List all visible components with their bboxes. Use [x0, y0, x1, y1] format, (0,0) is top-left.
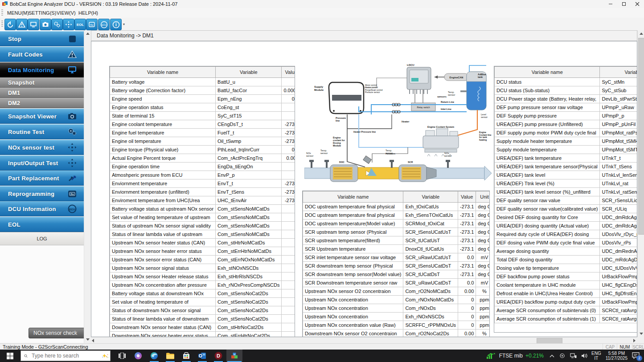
- sidebar-item-eol[interactable]: EOL: [0, 217, 84, 232]
- taskbar-search[interactable]: [21, 350, 111, 361]
- sidebar-item-fault-codes[interactable]: Fault Codes: [0, 47, 84, 62]
- table-row[interactable]: DEF quality sensor raw value(calibrated …: [495, 205, 638, 213]
- notification-center-button[interactable]: 2: [632, 352, 640, 360]
- sidebar-item-reprogramming[interactable]: Reprogramming Re: [0, 186, 84, 201]
- table-row[interactable]: Upstream NOx concentration after pressur…: [110, 281, 295, 289]
- sidebar-item-dm2[interactable]: DM2: [0, 98, 84, 108]
- taskbar-app-dcu[interactable]: D: [210, 350, 226, 362]
- routine-gears-icon[interactable]: [51, 19, 63, 30]
- toolbar-grip[interactable]: [1, 20, 3, 28]
- table-row[interactable]: DEF Supply pump pressureUPmpP_p: [495, 112, 638, 120]
- column-header-variable[interactable]: Variable: [403, 191, 458, 203]
- table-row[interactable]: SCR Upstream temperatureDnoxCtl_tUCatUs-…: [303, 245, 490, 253]
- table-row[interactable]: Average SCR consumption of subintervals …: [495, 306, 638, 315]
- table-row[interactable]: Set value of heating temperature ofCom_s…: [110, 298, 295, 306]
- dcu-def-grid[interactable]: Variable nameVariableValueUnitDCU status…: [494, 66, 637, 333]
- table-row[interactable]: Set value of heating temperature of upst…: [110, 213, 295, 222]
- table-row[interactable]: Upstream NOx sensor heater status (CAN)C…: [110, 239, 295, 247]
- taskbar-app-store[interactable]: [178, 350, 194, 362]
- table-row[interactable]: DOC upstream temperature(Model value)SCR…: [303, 220, 490, 228]
- table-row[interactable]: UREA(DEF) pump pressure (Unfiltered)UPmp…: [495, 120, 638, 129]
- table-row[interactable]: Battery voltage (Correction factor)BattU…: [110, 86, 295, 95]
- table-row[interactable]: Total DEF dosing quantityUDC_mRdcAgDosQn…: [495, 256, 638, 264]
- column-header-variable[interactable]: Variable: [216, 67, 282, 78]
- column-header-name[interactable]: Variable name: [495, 67, 600, 78]
- sidebar-item-part-replacement[interactable]: Part Replacement: [0, 171, 84, 186]
- taskbar-app-explorer[interactable]: [162, 350, 178, 362]
- table-row[interactable]: SCR downstream temp sensor (PhysicalSCR_…: [303, 262, 490, 270]
- table-row[interactable]: Battery voltage status at downstream NOx…: [110, 289, 295, 298]
- menu-item-view[interactable]: VIEW(V): [55, 10, 78, 16]
- main-vertical-scrollbar[interactable]: [637, 30, 644, 337]
- table-row[interactable]: Desired DEF dosing quantity for CoreUDC_…: [495, 213, 638, 222]
- column-header-name[interactable]: Variable name: [303, 191, 403, 203]
- table-row[interactable]: Engine fuel temperatureFuelT_t-273.1deg …: [110, 129, 295, 137]
- table-row[interactable]: UREA(DEF) tank level sensor (%)_unfilter…: [495, 188, 638, 196]
- close-button[interactable]: [631, 0, 644, 8]
- table-row[interactable]: Upstream NOx sensor heater error statusC…: [110, 247, 295, 256]
- ticker-label[interactable]: FTSE mib: [499, 353, 523, 359]
- table-row[interactable]: Average dosing quantityUDC_dmRednAgtAvrg: [495, 247, 638, 256]
- table-row[interactable]: Downstream NOx sensor heater status (CAN…: [110, 323, 295, 332]
- table-row[interactable]: Battery voltageBattU_u0mV: [110, 78, 295, 86]
- meet-now-icon[interactable]: [559, 353, 566, 358]
- scroll-down-icon[interactable]: [638, 330, 644, 337]
- data-monitor-icon[interactable]: [28, 19, 39, 30]
- table-row[interactable]: Engine torque (Physical value)PthLead_tr…: [110, 146, 295, 154]
- table-row[interactable]: Supply module heater temperatureUPmpMot_…: [495, 137, 638, 146]
- sidebar-item-stop[interactable]: Stop: [0, 31, 84, 46]
- table-row[interactable]: DEF pump pressure sensor raw voltageUPmp…: [495, 103, 638, 112]
- sidebar-item-dm1[interactable]: DM1: [0, 88, 84, 98]
- table-row[interactable]: Engine coolant temperatureCEngDsT_t-273.…: [110, 120, 295, 129]
- table-row[interactable]: Engine operation statusCoEng_st0-: [110, 103, 295, 112]
- sidebar-item-dcu-information[interactable]: DCU Information ECU: [0, 201, 84, 216]
- menu-item-help[interactable]: HELP(H): [77, 10, 100, 16]
- table-row[interactable]: UREA(DEF) backflow pump output duty cycl…: [495, 298, 638, 306]
- table-row[interactable]: Upstream NOx sensor O2 concentraionCom_r…: [303, 287, 490, 296]
- power-icon[interactable]: [4, 19, 16, 30]
- sidebar-item-snapshot[interactable]: Snapshot: [0, 77, 84, 88]
- table-row[interactable]: Upstream NOx sensor signal statusExh_stN…: [110, 264, 295, 273]
- reprogram-icon[interactable]: Re: [86, 19, 98, 30]
- language-indicator[interactable]: ENG IT: [591, 351, 601, 361]
- ecu-icon[interactable]: ECU: [98, 19, 110, 30]
- scr-temperature-grid[interactable]: Variable nameVariableValueUnitDOC upstre…: [302, 191, 490, 337]
- table-row[interactable]: Upstream NOx concentrationCom_rNOxNoMCat…: [303, 296, 490, 304]
- table-row[interactable]: Downstream NOx sensor O2 concentraionCom…: [303, 329, 490, 338]
- table-row[interactable]: Required duty cycle of UREA(DEF) dosingU…: [495, 230, 638, 239]
- table-row[interactable]: DCU statusSyC_stMn: [495, 78, 638, 86]
- table-row[interactable]: DEF quality sensor raw valueSCR_rSensULi…: [495, 196, 638, 205]
- vscroll-thumb[interactable]: [638, 38, 644, 235]
- table-row[interactable]: SCR inlet temperature sensor raw voltage…: [303, 253, 490, 262]
- table-row[interactable]: Status of linear lambda value of upstrea…: [110, 230, 295, 239]
- tray-chevron-icon[interactable]: [550, 354, 554, 358]
- scroll-right-icon[interactable]: [633, 339, 636, 342]
- table-row[interactable]: Enviornment temperature (unfilterd)EnvT_…: [110, 188, 295, 196]
- table-row[interactable]: DOC upstream temperature final physicalE…: [303, 203, 490, 211]
- column-header-variable[interactable]: Variable: [600, 67, 637, 78]
- engine-data-grid[interactable]: Variable nameVariableValueUnitBattery vo…: [109, 66, 295, 337]
- snapshot-camera-icon[interactable]: [40, 19, 51, 30]
- scroll-left-icon[interactable]: [92, 339, 94, 342]
- toolbar-overflow-icon[interactable]: ▾: [123, 22, 125, 26]
- sidebar-scrollbar[interactable]: [84, 30, 91, 343]
- log-section-header[interactable]: LOG: [0, 232, 84, 245]
- main-horizontal-scrollbar[interactable]: [91, 337, 637, 344]
- taskbar-app-edge[interactable]: [146, 350, 162, 362]
- table-row[interactable]: Upstream NOx concentration value (Raw)SC…: [303, 321, 490, 329]
- nox-sensor-check-button[interactable]: NOx sensor check: [29, 328, 92, 338]
- table-row[interactable]: Engine operation timeEngDa_tiEngOn0s: [110, 163, 295, 171]
- fault-warning-icon[interactable]: [16, 19, 28, 30]
- table-row[interactable]: UREA(DEF) Ttnk level (%)UTnkLvl_rat: [495, 179, 638, 188]
- table-row[interactable]: DOC upstream temperature final physicalE…: [303, 211, 490, 220]
- scroll-up-icon[interactable]: [84, 30, 91, 37]
- table-row[interactable]: Atmoshperic pressure from ECUEnvP_p0hPa: [110, 171, 295, 179]
- table-row[interactable]: Average SCR consumption of subintervals …: [495, 315, 638, 323]
- taskbar-app-copilot[interactable]: [130, 350, 146, 362]
- network-icon[interactable]: [570, 353, 577, 358]
- table-row[interactable]: State of terminal 15SyC_stT150-: [110, 112, 295, 120]
- table-row[interactable]: Defrost enable in UHC(Urea Heater Contro…: [495, 289, 638, 298]
- column-header-name[interactable]: Variable name: [110, 67, 216, 78]
- table-row[interactable]: Engine speedEpm_nEng0.0rpm: [110, 95, 295, 103]
- table-row[interactable]: Upstream NOx concentrationCom_rNOxDs0ppm: [303, 304, 490, 313]
